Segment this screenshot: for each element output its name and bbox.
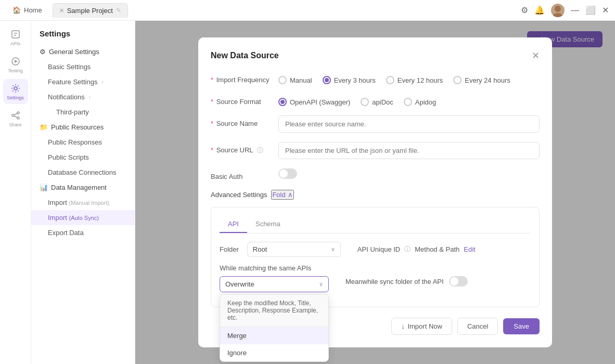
project-tab[interactable]: ✕ Sample Project ✎ — [53, 3, 128, 18]
format-openapi-radio[interactable] — [278, 98, 287, 106]
source-url-label: * Source URL ⓘ — [211, 142, 278, 155]
basic-auth-toggle[interactable] — [278, 168, 297, 179]
sidebar-item-public-responses[interactable]: Public Responses — [31, 135, 135, 150]
sync-folder-row: Meanwhile sync folder of the API — [345, 276, 468, 287]
sidebar-item-import-manual[interactable]: Import (Manual Import) — [31, 195, 135, 210]
save-button[interactable]: Save — [503, 318, 540, 334]
avatar[interactable] — [551, 4, 565, 17]
match-select-trigger[interactable]: Overwrite ∨ — [220, 276, 329, 292]
source-format-row: * Source Format OpenAPI (Swagger) apiDoc — [211, 94, 540, 106]
source-url-info-icon[interactable]: ⓘ — [257, 147, 263, 154]
freq-manual-radio[interactable] — [278, 76, 287, 84]
sidebar-item-feature-settings[interactable]: Feature Settings › — [31, 74, 135, 89]
freq-12hours[interactable]: Every 12 hours — [386, 76, 443, 84]
svg-point-1 — [553, 13, 563, 17]
basic-settings-label: Basic Settings — [48, 63, 91, 71]
public-scripts-label: Public Scripts — [48, 153, 89, 161]
match-dropdown[interactable]: Overwrite ∨ Keep the modified Mock, Titl… — [220, 276, 329, 292]
freq-manual[interactable]: Manual — [278, 76, 312, 84]
sidebar-item-data-management[interactable]: 📊 Data Management — [31, 180, 135, 195]
format-apidog[interactable]: Apidog — [404, 98, 436, 106]
sidebar-settings[interactable]: Settings — [3, 79, 28, 104]
sidebar-item-basic-settings[interactable]: Basic Settings — [31, 59, 135, 74]
sidebar-apis[interactable]: APIs — [3, 25, 28, 50]
svg-rect-2 — [12, 31, 19, 38]
sidebar-share[interactable]: Share — [3, 106, 28, 131]
notif-expand-icon: › — [89, 94, 91, 100]
sidebar-item-public-scripts[interactable]: Public Scripts — [31, 150, 135, 165]
freq-12hours-radio[interactable] — [386, 76, 394, 84]
advanced-settings-label: Advanced Settings — [211, 191, 267, 199]
modal-close-button[interactable]: ✕ — [532, 50, 540, 61]
sidebar-testing-label: Testing — [8, 68, 23, 73]
general-settings-label: General Settings — [49, 48, 99, 56]
source-name-input[interactable] — [278, 115, 540, 133]
sidebar-apis-label: APIs — [10, 41, 20, 46]
home-tab[interactable]: 🏠 Home — [6, 3, 48, 17]
feature-expand-icon: › — [101, 79, 103, 85]
svg-point-7 — [14, 87, 17, 90]
import-frequency-label: * Import Frequency — [211, 72, 278, 84]
import-now-button[interactable]: ↓ Import Now — [391, 318, 452, 335]
import-frequency-control: Manual Every 3 hours Every 12 hours — [278, 72, 540, 84]
sidebar-item-import-auto[interactable]: Import (Auto Sync) — [31, 210, 135, 225]
sidebar-item-export-data[interactable]: Export Data — [31, 225, 135, 240]
sidebar-item-general-settings[interactable]: ⚙ General Settings — [31, 44, 135, 59]
project-edit-icon[interactable]: ✎ — [116, 7, 121, 14]
settings-icon[interactable]: ⚙ — [521, 5, 528, 15]
source-url-control — [278, 142, 540, 159]
format-apidog-radio[interactable] — [404, 98, 412, 106]
freq-3hours-radio[interactable] — [323, 76, 331, 84]
dropdown-item-merge[interactable]: Merge — [220, 327, 328, 344]
maximize-icon[interactable]: ⬜ — [585, 5, 596, 15]
freq-3hours[interactable]: Every 3 hours — [323, 76, 376, 84]
close-window-icon[interactable]: ✕ — [602, 5, 609, 15]
public-resources-icon: 📁 — [40, 123, 48, 131]
format-apidoc-radio[interactable] — [361, 98, 369, 106]
format-apidoc[interactable]: apiDoc — [361, 98, 393, 106]
freq-24hours[interactable]: Every 24 hours — [453, 76, 510, 84]
svg-point-9 — [12, 114, 14, 116]
svg-line-11 — [14, 113, 17, 115]
source-url-input[interactable] — [278, 142, 540, 159]
bell-icon[interactable]: 🔔 — [534, 5, 545, 15]
chevron-down-icon2: ∨ — [319, 281, 323, 288]
advanced-tab-bar: API Schema — [220, 216, 531, 233]
freq-24hours-radio[interactable] — [453, 76, 462, 84]
sidebar-item-third-party[interactable]: Third-party — [31, 105, 135, 120]
public-responses-label: Public Responses — [48, 138, 102, 146]
project-tab-label: Sample Project — [67, 7, 113, 15]
sidebar-item-notifications[interactable]: Notifications › — [31, 89, 135, 105]
api-unique-row: API Unique ID ⓘ Method & Path Edit — [357, 245, 476, 254]
window-controls: ⚙ 🔔 — ⬜ ✕ — [521, 4, 609, 17]
dropdown-tooltip: Keep the modified Mock, Title, Descripti… — [220, 294, 328, 327]
format-openapi[interactable]: OpenAPI (Swagger) — [278, 98, 350, 106]
edit-link[interactable]: Edit — [464, 245, 475, 253]
sync-folder-toggle[interactable] — [449, 276, 468, 287]
sidebar-testing[interactable]: Testing — [3, 52, 28, 77]
project-close-icon[interactable]: ✕ — [59, 7, 64, 14]
folder-select[interactable]: Root ∨ — [247, 242, 341, 257]
minimize-icon[interactable]: — — [571, 6, 579, 15]
export-data-label: Export Data — [48, 229, 84, 237]
sidebar-item-database-connections[interactable]: Database Connections — [31, 165, 135, 180]
settings-sidebar: Settings ⚙ General Settings Basic Settin… — [31, 21, 135, 364]
api-unique-info-icon[interactable]: ⓘ — [404, 245, 411, 254]
modal-overlay: New Data Source ✕ * Import Frequency Man… — [135, 21, 615, 364]
new-data-source-modal: New Data Source ✕ * Import Frequency Man… — [198, 37, 552, 347]
folder-label: Folder — [220, 245, 239, 253]
import-icon: ↓ — [401, 322, 405, 330]
gear-small-icon: ⚙ — [40, 48, 46, 56]
home-tab-label: Home — [24, 6, 42, 14]
folder-value: Root — [253, 245, 267, 253]
tab-schema[interactable]: Schema — [247, 216, 289, 233]
modal-header: New Data Source ✕ — [211, 50, 540, 61]
sync-folder-label: Meanwhile sync folder of the API — [345, 278, 444, 285]
tab-api[interactable]: API — [220, 216, 247, 233]
settings-title: Settings — [31, 29, 135, 44]
cancel-button[interactable]: Cancel — [457, 318, 498, 335]
folder-row: Folder Root ∨ API Unique ID ⓘ Method & P… — [220, 242, 531, 257]
sidebar-item-public-resources[interactable]: 📁 Public Resources — [31, 120, 135, 135]
fold-button[interactable]: Fold ∧ — [271, 190, 293, 200]
dropdown-item-ignore[interactable]: Ignore — [220, 344, 328, 361]
